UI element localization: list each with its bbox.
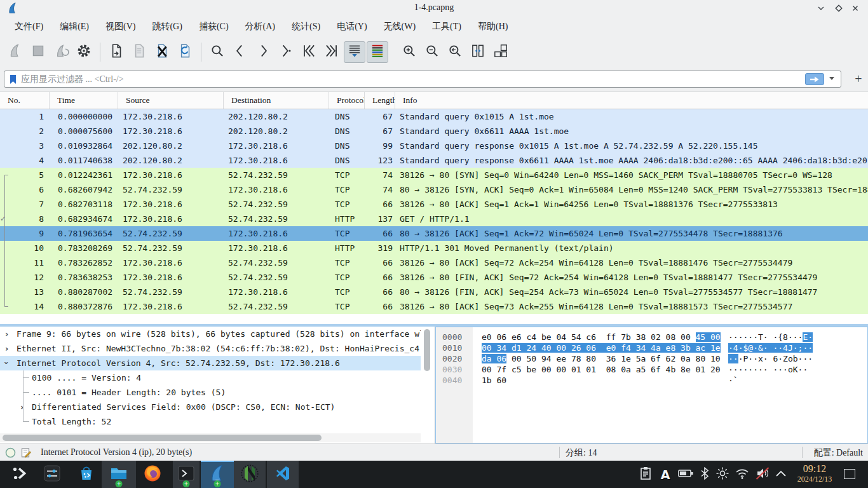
packet-row[interactable]: 50.012242361172.30.218.652.74.232.59TCP7… [0,168,868,182]
auto-scroll-button[interactable] [344,41,365,63]
menu-item-10[interactable]: 帮助(H) [470,18,516,35]
hex-ascii[interactable]: ······T· ·{8···E· [728,332,813,342]
packet-row[interactable]: 130.88028700252.74.232.59172.30.218.6TCP… [0,285,868,299]
menu-item-6[interactable]: 统计(S) [283,18,329,35]
hex-row[interactable]: 0020da 06 00 50 94 ee 78 80 36 1e 5a 6f … [436,353,867,364]
restart-capture-button[interactable] [50,41,72,63]
input-method-tray-button[interactable]: A [656,461,675,488]
scrollbar-thumb[interactable] [3,435,322,441]
colorize-button[interactable] [367,41,388,63]
hex-row[interactable]: 00401b 60·` [436,375,867,386]
firefox-button[interactable] [139,461,166,488]
clipboard-tray-button[interactable] [637,461,654,488]
neovim-task[interactable] [234,461,266,488]
find-packet-button[interactable] [207,41,228,63]
detail-line[interactable]: 0100 .... = Version: 4 [0,370,421,385]
menu-item-8[interactable]: 无线(W) [376,18,424,35]
detail-line[interactable]: Frame 9: 66 bytes on wire (528 bits), 66… [0,327,421,341]
scrollbar-thumb[interactable] [424,329,430,371]
save-file-button[interactable] [128,41,150,63]
discover-button[interactable] [74,461,99,488]
minimize-button[interactable] [815,3,827,14]
go-to-packet-button[interactable] [275,41,297,63]
layout-columns-button[interactable] [490,41,512,63]
detail-line[interactable]: .... 0101 = Header Length: 20 bytes (5) [0,385,421,400]
detail-line[interactable]: Ethernet II, Src: NewH3CTechno_7b:38:02 … [0,341,421,356]
column-header-source[interactable]: Source [118,92,224,109]
menu-item-3[interactable]: 跳转(G) [144,18,190,35]
expander-icon[interactable] [5,327,8,341]
display-filter-input[interactable] [21,72,771,86]
menu-item-2[interactable]: 视图(V) [97,18,144,35]
network-tray-button[interactable] [732,461,752,488]
menu-item-0[interactable]: 文件(F) [6,18,51,35]
hex-row[interactable]: 001000 34 d1 24 40 00 26 06 e0 f4 34 4a … [436,342,867,353]
hex-bytes[interactable]: 00 7f c5 be 00 00 01 01 08 0a a5 6f 4b 8… [482,364,721,375]
close-file-button[interactable] [151,41,173,63]
column-header-info[interactable]: Info [395,92,868,109]
packet-row[interactable]: 90.78196365452.74.232.59172.30.218.6TCP6… [0,226,868,241]
hex-row[interactable]: 003000 7f c5 be 00 00 01 01 08 0a a5 6f … [436,364,867,375]
wireshark-task[interactable]: + [201,461,234,488]
terminal-task[interactable]: + [173,461,200,488]
last-packet-button[interactable] [321,41,342,63]
system-settings-button[interactable] [39,461,65,488]
packet-row[interactable]: 60.68260794252.74.232.59172.30.218.6TCP7… [0,182,868,197]
add-filter-button[interactable]: + [850,71,867,87]
column-header-protocol[interactable]: Protocol [329,92,365,109]
detail-line[interactable]: Internet Protocol Version 4, Src: 52.74.… [0,356,421,370]
hex-row[interactable]: 0000e0 06 e6 c4 be 04 54 c6 ff 7b 38 02 … [436,332,867,342]
file-manager-task[interactable]: + [102,461,136,488]
close-button[interactable] [849,3,862,14]
menu-item-1[interactable]: 编辑(E) [51,18,97,35]
filter-dropdown-caret[interactable] [829,77,834,80]
hex-bytes[interactable]: 00 34 d1 24 40 00 26 06 e0 f4 34 4a e8 3… [482,342,721,353]
expander-icon[interactable] [5,356,8,370]
volume-tray-button[interactable] [752,461,773,488]
start-capture-button[interactable] [4,41,26,63]
packet-row[interactable]: 140.880372876172.30.218.652.74.232.59TCP… [0,299,868,314]
zoom-in-button[interactable] [398,41,420,63]
menu-item-9[interactable]: 工具(T) [424,18,470,35]
detail-horizontal-scrollbar[interactable] [0,433,421,442]
bluetooth-tray-button[interactable] [696,461,713,488]
show-desktop-button[interactable] [844,469,855,479]
packet-row[interactable]: 110.783262852172.30.218.652.74.232.59TCP… [0,255,868,270]
detail-line[interactable]: Differentiated Services Field: 0x00 (DSC… [0,400,421,414]
normal-size-button[interactable] [444,41,466,63]
expand-tray-button[interactable] [773,461,789,488]
status-profile[interactable]: 配置: Default [814,447,863,459]
display-filter-field[interactable] [4,71,841,88]
packet-row[interactable]: 120.783638253172.30.218.652.74.232.59TCP… [0,270,868,285]
first-packet-button[interactable] [298,41,320,63]
column-header-length[interactable]: Length [365,92,395,109]
hex-ascii[interactable]: ·` [728,375,738,386]
column-header-time[interactable]: Time [50,92,118,109]
packet-row[interactable]: ✓80.682934674172.30.218.652.74.232.59HTT… [0,212,868,226]
packet-row[interactable]: 70.682703118172.30.218.652.74.232.59TCP6… [0,197,868,212]
zoom-out-button[interactable] [421,41,443,63]
app-launcher-button[interactable] [5,461,33,488]
vscode-task[interactable] [267,461,299,488]
packet-row[interactable]: 100.78320826952.74.232.59172.30.218.6HTT… [0,241,868,255]
apply-filter-button[interactable] [805,73,824,85]
capture-comment-icon[interactable] [20,447,31,461]
column-header-destination[interactable]: Destination [224,92,329,109]
column-header-no[interactable]: No. [0,92,50,109]
hex-ascii[interactable]: ·4·$@·&· ··4J·;·· [728,342,813,353]
stop-capture-button[interactable] [27,41,49,63]
expander-icon[interactable] [5,341,8,356]
maximize-button[interactable] [832,3,845,14]
battery-tray-button[interactable] [675,461,696,488]
hex-bytes[interactable]: 1b 60 [482,375,506,386]
bookmark-icon[interactable] [8,74,19,88]
reload-file-button[interactable] [174,41,196,63]
packet-row[interactable]: 30.010932864202.120.80.2172.30.218.6DNS9… [0,139,868,153]
hex-ascii[interactable]: ···P··x· 6·Zob··· [728,353,813,364]
clock[interactable]: 09:12 2024/12/13 [789,463,840,484]
brightness-tray-button[interactable] [713,461,732,488]
detail-vertical-scrollbar[interactable] [423,328,431,432]
resize-columns-button[interactable] [467,41,489,63]
packet-row[interactable]: 10.000000000172.30.218.6202.120.80.2DNS6… [0,109,868,124]
packet-row[interactable]: 20.000075600172.30.218.6202.120.80.2DNS6… [0,124,868,139]
